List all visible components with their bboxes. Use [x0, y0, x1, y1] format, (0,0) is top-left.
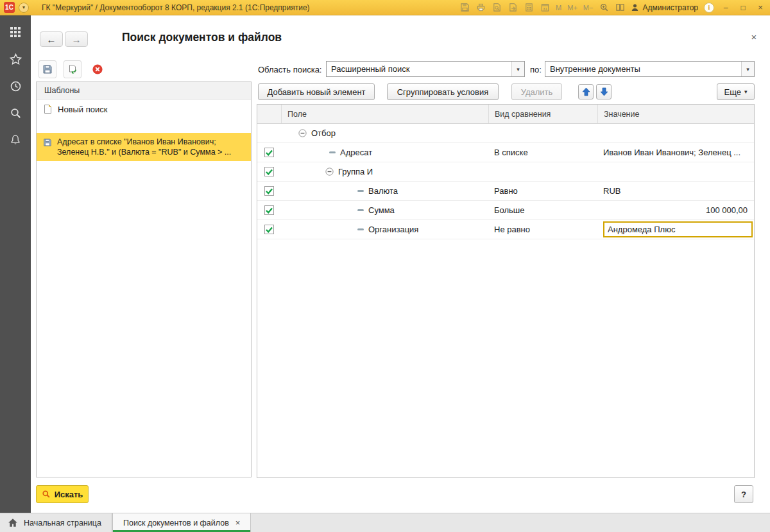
open-windows-tabbar: Начальная страница Поиск документов и фа… — [0, 513, 770, 532]
maximize-button[interactable]: □ — [737, 3, 749, 12]
1c-logo: 1С — [4, 2, 15, 13]
split-view-icon[interactable] — [615, 3, 625, 13]
current-user[interactable]: Администратор — [631, 3, 698, 12]
arrow-down-icon — [600, 87, 608, 96]
chevron-down-icon: ▾ — [744, 89, 748, 95]
document-type-combobox[interactable]: Внутренние документы ▾ — [545, 61, 755, 77]
more-button[interactable]: Еще ▾ — [717, 83, 755, 100]
back-button[interactable]: ← — [40, 31, 63, 47]
window-titlebar: 1С ▾ ГК "Меркурий" / Документооборот 8 К… — [0, 0, 770, 15]
form-close-icon[interactable]: × — [748, 31, 760, 42]
checkbox-checked-icon — [264, 167, 274, 176]
search-icon[interactable] — [9, 107, 22, 119]
form-area: ← → Поиск документов и файлов × Шаблоны … — [31, 15, 770, 513]
row-checkbox[interactable] — [257, 220, 281, 239]
tab-search-documents[interactable]: Поиск документов и файлов × — [112, 513, 251, 532]
application-window: 1С ▾ ГК "Меркурий" / Документооборот 8 К… — [0, 0, 770, 532]
svg-text:31: 31 — [543, 6, 547, 11]
help-button[interactable]: ? — [734, 485, 753, 503]
chevron-down-icon[interactable]: ▾ — [741, 62, 754, 76]
minimize-button[interactable]: – — [720, 3, 732, 12]
table-row-group-and[interactable]: Группа И — [257, 162, 754, 182]
checkbox-checked-icon — [264, 186, 274, 196]
menu-grid-icon[interactable] — [9, 26, 22, 39]
checkbox-checked-icon — [264, 225, 274, 234]
navigation-buttons: ← → — [40, 31, 88, 47]
move-up-button[interactable] — [578, 84, 594, 99]
table-row-group-otbor[interactable]: Отбор — [257, 124, 754, 143]
window-close-button[interactable]: × — [755, 3, 766, 12]
red-cross-icon — [92, 64, 103, 75]
notifications-bell-icon[interactable] — [9, 133, 22, 146]
checkbox-checked-icon — [264, 205, 274, 215]
titlebar-toolbar: 31 M M+ M− Администратор i – □ × — [459, 3, 766, 13]
zoom-icon[interactable] — [599, 3, 609, 13]
main-menu-chevron-icon[interactable]: ▾ — [19, 3, 29, 13]
row-checkbox[interactable] — [257, 182, 281, 200]
template-item-selected[interactable]: Адресат в списке "Иванов Иван Иванович; … — [37, 133, 251, 161]
forward-button[interactable]: → — [65, 31, 88, 47]
saved-template-floppy-icon — [43, 138, 52, 147]
info-icon[interactable]: i — [704, 3, 714, 13]
scope-label: Область поиска: — [258, 65, 321, 74]
floppy-icon — [42, 64, 53, 74]
collapse-icon[interactable] — [298, 129, 307, 137]
chevron-down-icon[interactable]: ▾ — [511, 62, 524, 76]
row-checkbox[interactable] — [257, 162, 281, 181]
column-value[interactable]: Значение — [597, 105, 754, 123]
memory-m-plus-button[interactable]: M+ — [567, 4, 578, 12]
templates-panel: Шаблоны Новый поиск Адресат в списке "Ив… — [36, 82, 252, 477]
tab-home-page[interactable]: Начальная страница — [0, 513, 112, 532]
row-checkbox[interactable] — [257, 143, 281, 162]
save-as-icon — [67, 64, 78, 74]
search-run-button[interactable]: Искать — [36, 485, 89, 503]
table-header: Поле Вид сравнения Значение — [257, 105, 754, 124]
condition-item-icon — [329, 151, 336, 153]
row-checkbox[interactable] — [257, 201, 281, 219]
add-element-button[interactable]: Добавить новый элемент — [258, 83, 375, 100]
condition-item-icon — [357, 190, 364, 192]
group-conditions-button[interactable]: Сгруппировать условия — [387, 83, 499, 100]
condition-item-icon — [357, 228, 364, 230]
print-preview-icon[interactable] — [492, 3, 502, 13]
checkbox-checked-icon — [264, 148, 274, 157]
history-clock-icon[interactable] — [9, 80, 22, 92]
conditions-table: Поле Вид сравнения Значение Отбор — [257, 104, 755, 478]
collapse-icon[interactable] — [325, 167, 334, 176]
templates-header: Шаблоны — [37, 82, 251, 99]
templates-toolbar — [38, 60, 107, 78]
tab-close-icon[interactable]: × — [235, 518, 241, 528]
table-row-adresat[interactable]: Адресат В списке Иванов Иван Иванович; З… — [257, 143, 754, 162]
save-icon[interactable] — [459, 3, 470, 13]
delete-condition-button[interactable]: Удалить — [511, 83, 562, 100]
table-row-organizaciya[interactable]: Организация Не равно — [257, 220, 754, 239]
scope-combobox[interactable]: Расширенный поиск ▾ — [326, 61, 525, 77]
favorites-star-icon[interactable] — [9, 53, 22, 65]
calculator-icon[interactable] — [524, 3, 534, 13]
value-edit-input[interactable] — [603, 221, 753, 237]
by-label: по: — [530, 65, 542, 74]
save-template-button[interactable] — [38, 60, 56, 78]
send-document-icon[interactable] — [508, 3, 518, 13]
calendar-icon[interactable]: 31 — [540, 3, 550, 13]
print-icon[interactable] — [475, 3, 486, 13]
table-row-valuta[interactable]: Валюта Равно RUB — [257, 182, 754, 201]
memory-m-button[interactable]: M — [556, 4, 561, 12]
home-icon — [8, 518, 18, 528]
column-comparison[interactable]: Вид сравнения — [488, 105, 597, 123]
move-down-button[interactable] — [596, 84, 612, 99]
column-field[interactable]: Поле — [281, 105, 488, 123]
memory-m-minus-button[interactable]: M− — [583, 4, 594, 12]
window-title: ГК "Меркурий" / Документооборот 8 КОРП, … — [42, 3, 310, 12]
table-row-summa[interactable]: Сумма Больше 100 000,00 — [257, 201, 754, 220]
left-sidebar — [0, 15, 31, 513]
new-search-document-icon — [43, 104, 53, 114]
template-item-new-search[interactable]: Новый поиск — [37, 99, 251, 119]
save-template-as-button[interactable] — [64, 60, 81, 78]
condition-item-icon — [357, 209, 364, 211]
user-icon — [631, 3, 639, 12]
delete-template-button[interactable] — [89, 60, 107, 78]
arrow-up-icon — [582, 87, 590, 96]
search-magnifier-icon — [42, 490, 51, 499]
page-title: Поиск документов и файлов — [122, 31, 282, 44]
